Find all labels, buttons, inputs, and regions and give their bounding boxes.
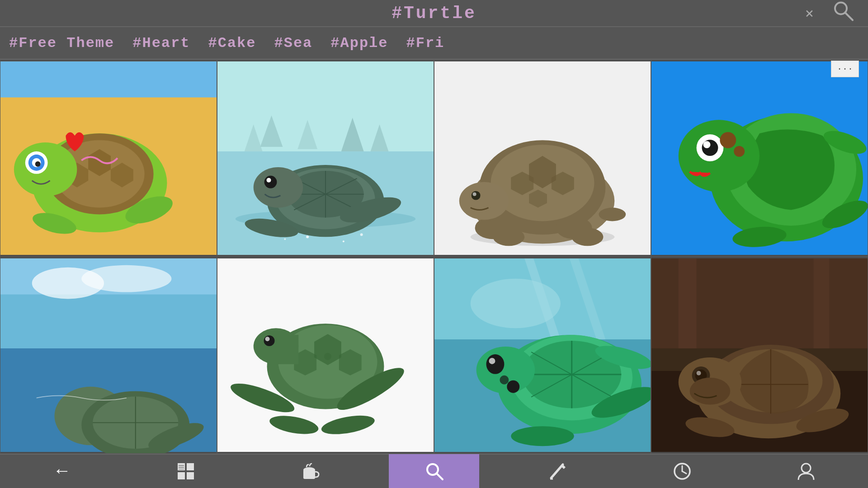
- svg-point-64: [703, 141, 711, 148]
- tag-cake[interactable]: #Cake: [208, 35, 256, 52]
- search-icon: [424, 461, 444, 482]
- search-icon-top[interactable]: [832, 0, 854, 27]
- svg-point-102: [471, 279, 561, 328]
- grid-cell-5[interactable]: [0, 257, 217, 454]
- svg-point-110: [476, 347, 535, 394]
- svg-point-111: [486, 354, 505, 374]
- nav-draw[interactable]: [513, 454, 603, 488]
- history-icon: [672, 461, 693, 482]
- svg-point-56: [473, 192, 476, 196]
- nav-history[interactable]: [637, 454, 727, 488]
- nav-search[interactable]: [389, 454, 479, 488]
- svg-point-92: [265, 337, 270, 341]
- grid-cell-7[interactable]: [434, 257, 651, 454]
- svg-line-151: [682, 471, 686, 474]
- svg-point-37: [306, 235, 309, 238]
- profile-icon: [796, 461, 816, 482]
- svg-point-39: [360, 233, 363, 236]
- cafe-icon: [300, 461, 321, 482]
- tag-sea[interactable]: #Sea: [274, 35, 312, 52]
- svg-point-57: [599, 208, 626, 221]
- grid-cell-6[interactable]: [217, 257, 434, 454]
- svg-line-146: [551, 465, 563, 478]
- svg-rect-136: [187, 463, 194, 470]
- svg-point-54: [459, 182, 509, 220]
- svg-line-145: [437, 474, 443, 479]
- tag-fri[interactable]: #Fri: [406, 35, 445, 52]
- grid-cell-4[interactable]: [651, 60, 868, 257]
- svg-point-55: [472, 191, 481, 200]
- page-title: #Turtle: [392, 4, 476, 23]
- svg-point-114: [500, 375, 509, 385]
- header: #Turtle ×: [0, 0, 868, 27]
- svg-point-65: [720, 132, 736, 148]
- svg-point-91: [264, 335, 275, 346]
- svg-rect-138: [187, 472, 194, 479]
- svg-point-143: [303, 467, 315, 473]
- svg-point-112: [489, 358, 495, 364]
- nav-cafe[interactable]: [265, 454, 355, 488]
- svg-point-117: [511, 426, 574, 446]
- grid-cell-2[interactable]: [217, 60, 434, 257]
- tag-heart[interactable]: #Heart: [132, 35, 190, 52]
- svg-rect-137: [178, 472, 185, 479]
- svg-point-75: [81, 265, 171, 292]
- nav-profile[interactable]: [761, 454, 851, 488]
- svg-point-97: [324, 353, 331, 360]
- image-grid: [0, 60, 868, 454]
- svg-point-38: [343, 240, 344, 242]
- tag-apple[interactable]: #Apple: [330, 35, 388, 52]
- svg-point-51: [493, 228, 524, 246]
- svg-rect-90: [276, 335, 298, 364]
- svg-point-33: [264, 176, 277, 188]
- svg-point-32: [254, 167, 303, 208]
- svg-point-152: [802, 464, 811, 473]
- svg-point-132: [690, 378, 731, 405]
- close-button[interactable]: ×: [805, 5, 814, 22]
- svg-point-34: [267, 178, 271, 183]
- svg-point-40: [284, 238, 286, 240]
- bottom-nav: ←: [0, 454, 868, 488]
- svg-point-14: [35, 161, 41, 167]
- svg-rect-121: [814, 258, 830, 348]
- svg-point-66: [734, 146, 745, 157]
- tags-row: #Free Theme #Heart #Cake #Sea #Apple #Fr…: [0, 27, 868, 60]
- svg-point-131: [697, 371, 701, 375]
- svg-point-113: [507, 380, 519, 393]
- svg-rect-120: [679, 258, 697, 348]
- nav-gallery[interactable]: [141, 454, 231, 488]
- grid-cell-3[interactable]: [434, 60, 651, 257]
- gallery-icon: [176, 461, 196, 481]
- svg-rect-3: [0, 61, 217, 98]
- tag-free-theme[interactable]: #Free Theme: [9, 35, 114, 52]
- back-icon: ←: [57, 461, 67, 482]
- svg-line-1: [845, 13, 853, 20]
- draw-icon: [547, 461, 568, 482]
- grid-cell-1[interactable]: [0, 60, 217, 257]
- svg-point-53: [572, 228, 604, 246]
- grid-cell-8[interactable]: [651, 257, 868, 454]
- more-button[interactable]: ···: [831, 61, 859, 77]
- nav-back[interactable]: ←: [17, 454, 107, 488]
